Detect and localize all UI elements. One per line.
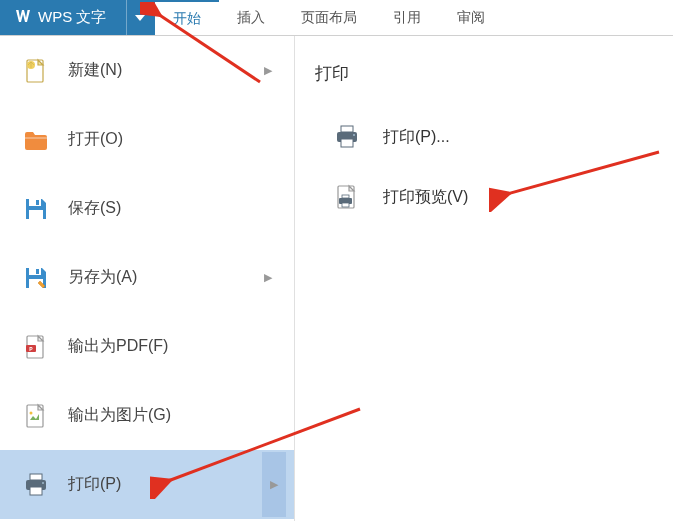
title-bar: WPS 文字 开始 插入 页面布局 引用 审阅	[0, 0, 673, 36]
sidebar-item-print[interactable]: 打印(P) ▶	[0, 450, 294, 519]
folder-icon	[22, 126, 50, 154]
panel-title: 打印	[295, 62, 673, 107]
svg-rect-6	[29, 268, 41, 275]
export-pdf-icon: P	[22, 333, 50, 361]
tab-start[interactable]: 开始	[155, 0, 219, 35]
svg-rect-3	[29, 199, 41, 206]
tab-insert[interactable]: 插入	[219, 0, 283, 35]
svg-point-21	[353, 134, 355, 136]
printer-icon	[333, 123, 361, 151]
sidebar-item-export-pdf[interactable]: P 输出为PDF(F)	[0, 312, 294, 381]
sidebar-item-label: 输出为图片(G)	[68, 405, 272, 426]
app-menu-button[interactable]: WPS 文字	[0, 0, 155, 35]
save-as-icon	[22, 264, 50, 292]
sidebar-item-save-as[interactable]: 另存为(A) ▶	[0, 243, 294, 312]
sidebar-item-label: 保存(S)	[68, 198, 272, 219]
panel-item-print-preview[interactable]: 打印预览(V)	[295, 167, 673, 227]
chevron-right-icon: ▶	[262, 452, 286, 517]
sidebar-item-label: 打开(O)	[68, 129, 272, 150]
svg-point-13	[30, 411, 33, 414]
svg-rect-4	[36, 200, 39, 205]
svg-rect-14	[30, 474, 42, 480]
tab-review[interactable]: 审阅	[439, 0, 503, 35]
svg-rect-25	[342, 203, 349, 207]
svg-rect-5	[29, 210, 43, 219]
tab-references[interactable]: 引用	[375, 0, 439, 35]
print-submenu-panel: 打印 打印(P)... 打印预览(V)	[295, 36, 673, 521]
sidebar-item-label: 打印(P)	[68, 474, 244, 495]
app-title: WPS 文字	[38, 8, 106, 27]
sidebar-item-new[interactable]: 新建(N) ▶	[0, 36, 294, 105]
panel-item-label: 打印预览(V)	[383, 187, 468, 208]
svg-rect-7	[36, 269, 39, 274]
sidebar-item-save[interactable]: 保存(S)	[0, 174, 294, 243]
ribbon-tabs: 开始 插入 页面布局 引用 审阅	[155, 0, 503, 35]
chevron-right-icon: ▶	[264, 271, 272, 284]
svg-point-17	[42, 482, 44, 484]
sidebar-item-label: 另存为(A)	[68, 267, 246, 288]
panel-item-print[interactable]: 打印(P)...	[295, 107, 673, 167]
print-preview-icon	[333, 183, 361, 211]
save-icon	[22, 195, 50, 223]
sidebar-item-label: 输出为PDF(F)	[68, 336, 272, 357]
new-doc-icon	[22, 57, 50, 85]
svg-rect-2	[25, 137, 47, 139]
svg-rect-20	[341, 139, 353, 147]
app-menu-dropdown-icon	[126, 0, 145, 35]
wps-logo-icon	[14, 7, 32, 28]
svg-rect-18	[341, 126, 353, 132]
panel-item-label: 打印(P)...	[383, 127, 450, 148]
sidebar-item-label: 新建(N)	[68, 60, 246, 81]
sidebar-item-open[interactable]: 打开(O)	[0, 105, 294, 174]
tab-page-layout[interactable]: 页面布局	[283, 0, 375, 35]
file-menu-sidebar: 新建(N) ▶ 打开(O) 保存(S) 另存为(A) ▶ P	[0, 36, 295, 521]
svg-rect-24	[342, 195, 349, 198]
printer-icon	[22, 471, 50, 499]
file-menu-body: 新建(N) ▶ 打开(O) 保存(S) 另存为(A) ▶ P	[0, 36, 673, 521]
svg-rect-16	[30, 487, 42, 495]
chevron-right-icon: ▶	[264, 64, 272, 77]
sidebar-item-export-image[interactable]: 输出为图片(G)	[0, 381, 294, 450]
export-image-icon	[22, 402, 50, 430]
